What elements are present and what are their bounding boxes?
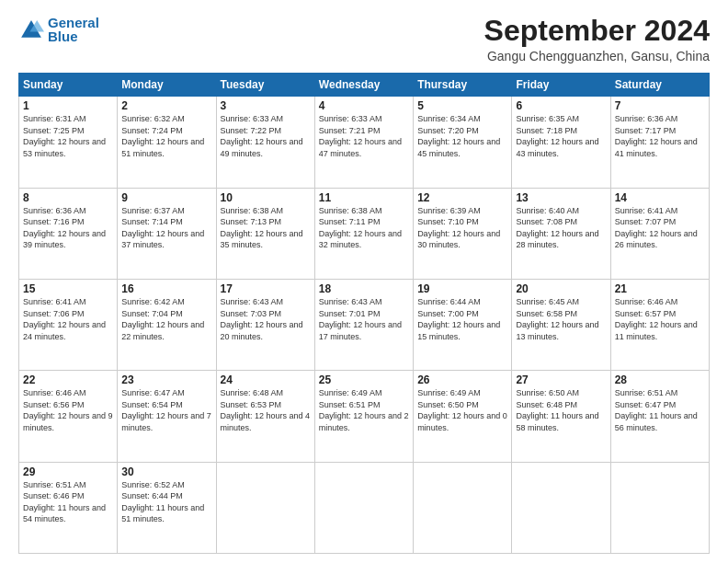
calendar-cell: 5 Sunrise: 6:34 AMSunset: 7:20 PMDayligh… [414, 97, 512, 188]
calendar-cell: 27 Sunrise: 6:50 AMSunset: 6:48 PMDaylig… [512, 371, 610, 462]
day-number: 13 [516, 191, 606, 204]
calendar-cell: 22 Sunrise: 6:46 AMSunset: 6:56 PMDaylig… [19, 371, 118, 462]
location: Gangu Chengguanzhen, Gansu, China [484, 49, 710, 63]
day-info: Sunrise: 6:33 AMSunset: 7:21 PMDaylight:… [319, 113, 409, 159]
calendar-cell: 14 Sunrise: 6:41 AMSunset: 7:07 PMDaylig… [610, 188, 709, 279]
day-info: Sunrise: 6:51 AMSunset: 6:47 PMDaylight:… [615, 387, 705, 433]
title-block: September 2024 Gangu Chengguanzhen, Gans… [484, 15, 710, 63]
calendar-cell: 4 Sunrise: 6:33 AMSunset: 7:21 PMDayligh… [314, 97, 413, 188]
day-info: Sunrise: 6:37 AMSunset: 7:14 PMDaylight:… [121, 205, 211, 251]
day-number: 11 [319, 191, 409, 204]
col-sunday: Sunday [19, 74, 118, 97]
page: General Blue September 2024 Gangu Chengg… [0, 0, 728, 563]
day-info: Sunrise: 6:38 AMSunset: 7:11 PMDaylight:… [319, 205, 409, 251]
calendar-cell: 10 Sunrise: 6:38 AMSunset: 7:13 PMDaylig… [216, 188, 314, 279]
day-info: Sunrise: 6:49 AMSunset: 6:51 PMDaylight:… [319, 387, 409, 433]
day-number: 6 [516, 99, 606, 112]
day-info: Sunrise: 6:31 AMSunset: 7:25 PMDaylight:… [23, 113, 113, 159]
day-info: Sunrise: 6:33 AMSunset: 7:22 PMDaylight:… [221, 113, 311, 159]
week-row-1: 1 Sunrise: 6:31 AMSunset: 7:25 PMDayligh… [19, 97, 710, 188]
day-info: Sunrise: 6:49 AMSunset: 6:50 PMDaylight:… [417, 387, 507, 433]
week-row-5: 29 Sunrise: 6:51 AMSunset: 6:46 PMDaylig… [19, 462, 710, 553]
calendar-cell: 3 Sunrise: 6:33 AMSunset: 7:22 PMDayligh… [216, 97, 314, 188]
day-number: 30 [121, 465, 211, 478]
day-number: 1 [23, 99, 113, 112]
calendar-cell: 25 Sunrise: 6:49 AMSunset: 6:51 PMDaylig… [314, 371, 413, 462]
day-number: 18 [319, 282, 409, 295]
calendar-cell: 6 Sunrise: 6:35 AMSunset: 7:18 PMDayligh… [512, 97, 610, 188]
col-monday: Monday [118, 74, 216, 97]
calendar-cell: 20 Sunrise: 6:45 AMSunset: 6:58 PMDaylig… [512, 279, 610, 370]
day-number: 22 [23, 373, 113, 386]
day-number: 15 [23, 282, 113, 295]
day-info: Sunrise: 6:36 AMSunset: 7:16 PMDaylight:… [23, 205, 113, 251]
calendar-cell: 9 Sunrise: 6:37 AMSunset: 7:14 PMDayligh… [118, 188, 216, 279]
day-info: Sunrise: 6:34 AMSunset: 7:20 PMDaylight:… [417, 113, 507, 159]
calendar-cell: 8 Sunrise: 6:36 AMSunset: 7:16 PMDayligh… [19, 188, 118, 279]
day-info: Sunrise: 6:41 AMSunset: 7:06 PMDaylight:… [23, 296, 113, 342]
day-number: 3 [221, 99, 311, 112]
day-number: 12 [417, 191, 507, 204]
day-info: Sunrise: 6:46 AMSunset: 6:57 PMDaylight:… [615, 296, 705, 342]
day-info: Sunrise: 6:52 AMSunset: 6:44 PMDaylight:… [121, 479, 211, 525]
col-thursday: Thursday [414, 74, 512, 97]
day-number: 8 [23, 191, 113, 204]
calendar-cell: 29 Sunrise: 6:51 AMSunset: 6:46 PMDaylig… [19, 462, 118, 553]
day-info: Sunrise: 6:47 AMSunset: 6:54 PMDaylight:… [121, 387, 211, 433]
day-info: Sunrise: 6:44 AMSunset: 7:00 PMDaylight:… [417, 296, 507, 342]
day-number: 26 [417, 373, 507, 386]
day-number: 27 [516, 373, 606, 386]
day-number: 23 [121, 373, 211, 386]
day-number: 14 [615, 191, 705, 204]
day-number: 24 [221, 373, 311, 386]
calendar-cell: 1 Sunrise: 6:31 AMSunset: 7:25 PMDayligh… [19, 97, 118, 188]
day-info: Sunrise: 6:43 AMSunset: 7:01 PMDaylight:… [319, 296, 409, 342]
day-number: 17 [221, 282, 311, 295]
calendar-cell: 23 Sunrise: 6:47 AMSunset: 6:54 PMDaylig… [118, 371, 216, 462]
day-number: 5 [417, 99, 507, 112]
week-row-2: 8 Sunrise: 6:36 AMSunset: 7:16 PMDayligh… [19, 188, 710, 279]
calendar-cell: 21 Sunrise: 6:46 AMSunset: 6:57 PMDaylig… [610, 279, 709, 370]
calendar-cell: 24 Sunrise: 6:48 AMSunset: 6:53 PMDaylig… [216, 371, 314, 462]
logo: General Blue [18, 15, 99, 45]
day-info: Sunrise: 6:43 AMSunset: 7:03 PMDaylight:… [221, 296, 311, 342]
day-info: Sunrise: 6:51 AMSunset: 6:46 PMDaylight:… [23, 479, 113, 525]
day-info: Sunrise: 6:45 AMSunset: 6:58 PMDaylight:… [516, 296, 606, 342]
day-number: 29 [23, 465, 113, 478]
calendar-cell: 2 Sunrise: 6:32 AMSunset: 7:24 PMDayligh… [118, 97, 216, 188]
calendar-cell: 17 Sunrise: 6:43 AMSunset: 7:03 PMDaylig… [216, 279, 314, 370]
day-number: 21 [615, 282, 705, 295]
day-number: 25 [319, 373, 409, 386]
day-info: Sunrise: 6:35 AMSunset: 7:18 PMDaylight:… [516, 113, 606, 159]
calendar-cell: 30 Sunrise: 6:52 AMSunset: 6:44 PMDaylig… [118, 462, 216, 553]
col-friday: Friday [512, 74, 610, 97]
calendar-cell: 12 Sunrise: 6:39 AMSunset: 7:10 PMDaylig… [414, 188, 512, 279]
day-number: 2 [121, 99, 211, 112]
calendar-cell: 15 Sunrise: 6:41 AMSunset: 7:06 PMDaylig… [19, 279, 118, 370]
calendar-cell [414, 462, 512, 553]
day-info: Sunrise: 6:39 AMSunset: 7:10 PMDaylight:… [417, 205, 507, 251]
day-number: 7 [615, 99, 705, 112]
header: General Blue September 2024 Gangu Chengg… [18, 15, 710, 63]
day-number: 16 [121, 282, 211, 295]
day-info: Sunrise: 6:36 AMSunset: 7:17 PMDaylight:… [615, 113, 705, 159]
calendar-cell: 19 Sunrise: 6:44 AMSunset: 7:00 PMDaylig… [414, 279, 512, 370]
col-tuesday: Tuesday [216, 74, 314, 97]
day-info: Sunrise: 6:46 AMSunset: 6:56 PMDaylight:… [23, 387, 113, 433]
col-saturday: Saturday [610, 74, 709, 97]
day-number: 20 [516, 282, 606, 295]
calendar-cell [512, 462, 610, 553]
logo-icon [18, 17, 44, 43]
calendar-cell [314, 462, 413, 553]
day-info: Sunrise: 6:32 AMSunset: 7:24 PMDaylight:… [121, 113, 211, 159]
day-number: 28 [615, 373, 705, 386]
day-info: Sunrise: 6:48 AMSunset: 6:53 PMDaylight:… [221, 387, 311, 433]
col-wednesday: Wednesday [314, 74, 413, 97]
calendar-table: Sunday Monday Tuesday Wednesday Thursday… [18, 73, 710, 554]
calendar-cell: 28 Sunrise: 6:51 AMSunset: 6:47 PMDaylig… [610, 371, 709, 462]
day-number: 10 [221, 191, 311, 204]
day-number: 9 [121, 191, 211, 204]
calendar-cell [216, 462, 314, 553]
week-row-3: 15 Sunrise: 6:41 AMSunset: 7:06 PMDaylig… [19, 279, 710, 370]
week-row-4: 22 Sunrise: 6:46 AMSunset: 6:56 PMDaylig… [19, 371, 710, 462]
